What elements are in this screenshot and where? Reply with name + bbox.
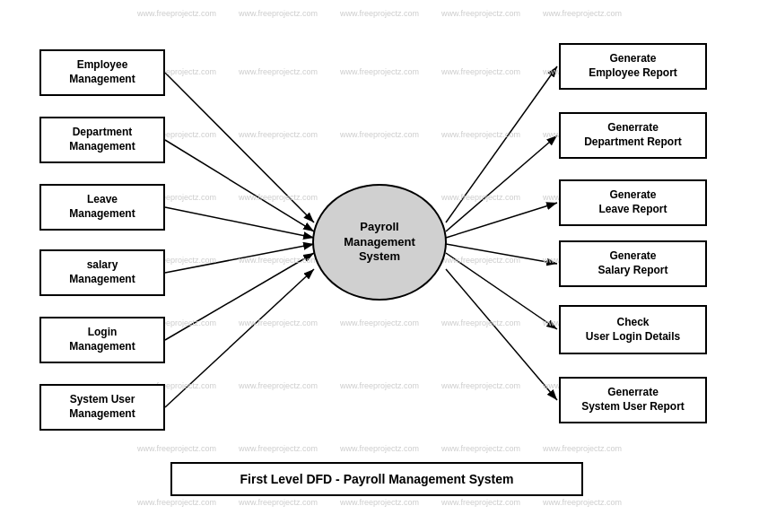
leave-management-label: LeaveManagement: [69, 193, 135, 221]
gen-leave-report-box: GenerateLeave Report: [559, 179, 707, 226]
svg-line-3: [165, 207, 314, 238]
department-management-label: DepartmentManagement: [69, 126, 135, 153]
diagram-title-box: First Level DFD - Payroll Management Sys…: [170, 462, 583, 496]
check-login-label: CheckUser Login Details: [586, 316, 680, 344]
svg-line-7: [446, 66, 557, 222]
center-circle-label: PayrollManagementSystem: [344, 220, 414, 266]
svg-line-2: [165, 140, 314, 231]
svg-line-10: [446, 244, 557, 264]
svg-line-11: [446, 253, 557, 329]
svg-line-1: [165, 73, 314, 222]
check-login-box: CheckUser Login Details: [559, 305, 707, 354]
gen-salary-report-label: GenerateSalary Report: [598, 249, 667, 277]
svg-line-12: [446, 269, 557, 400]
gen-employee-report-box: GenerateEmployee Report: [559, 43, 707, 90]
login-management-box: LoginManagement: [39, 317, 165, 363]
gen-salary-report-box: GenerateSalary Report: [559, 240, 707, 287]
salary-management-box: salaryManagement: [39, 249, 165, 296]
department-management-box: DepartmentManagement: [39, 117, 165, 163]
svg-line-4: [165, 244, 314, 273]
salary-management-label: salaryManagement: [69, 258, 135, 286]
employee-management-box: Employee Management: [39, 49, 165, 96]
diagram-title: First Level DFD - Payroll Management Sys…: [240, 472, 514, 486]
gen-system-user-report-label: GenerrateSystem User Report: [581, 386, 685, 414]
gen-system-user-report-box: GenerrateSystem User Report: [559, 377, 707, 423]
svg-line-9: [446, 203, 557, 238]
system-user-management-box: System UserManagement: [39, 384, 165, 431]
svg-line-8: [446, 135, 557, 231]
leave-management-box: LeaveManagement: [39, 184, 165, 231]
employee-management-label: Employee Management: [47, 58, 158, 86]
gen-leave-report-label: GenerateLeave Report: [598, 188, 667, 216]
system-user-management-label: System UserManagement: [69, 393, 135, 421]
gen-department-report-box: GenerrateDepartment Report: [559, 112, 707, 159]
svg-line-5: [165, 253, 314, 340]
gen-department-report-label: GenerrateDepartment Report: [584, 121, 682, 149]
center-circle: PayrollManagementSystem: [312, 184, 447, 301]
gen-employee-report-label: GenerateEmployee Report: [589, 52, 677, 80]
svg-line-6: [165, 269, 314, 407]
login-management-label: LoginManagement: [69, 326, 135, 353]
diagram-container: www.freeprojectz.com www.freeprojectz.co…: [0, 0, 759, 532]
